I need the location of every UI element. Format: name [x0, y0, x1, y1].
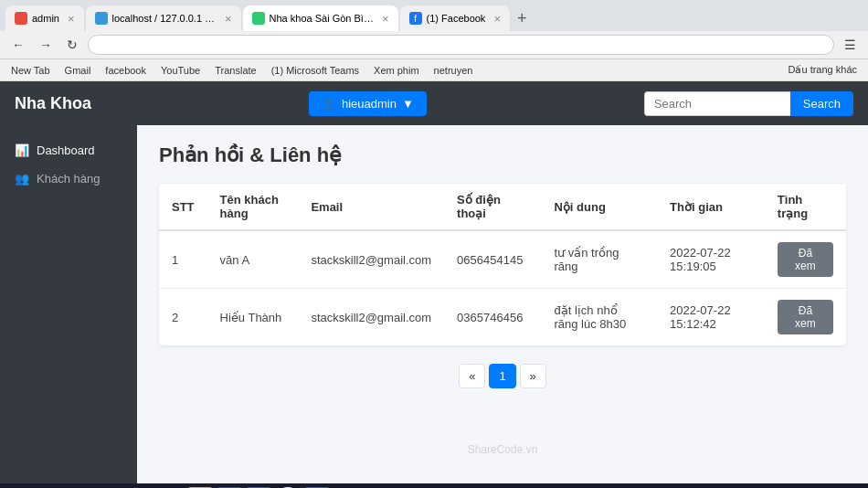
- col-ten: Tên khách hàng: [207, 184, 299, 230]
- pagination: « 1 »: [159, 364, 846, 388]
- khachhang-icon: 👥: [15, 172, 29, 186]
- sidebar: 📊 Dashboard 👥 Khách hàng: [0, 125, 137, 483]
- content-area: 📊 Dashboard 👥 Khách hàng Phản hồi & Liên…: [0, 125, 868, 483]
- navbar-brand: Nha Khoa: [15, 94, 91, 113]
- browser-window: admin × localhost / 127.0.0.1 / nhakhoa …: [0, 0, 868, 483]
- tab-localhost[interactable]: localhost / 127.0.0.1 / nhakhoa / ×: [86, 5, 241, 31]
- tab-label-localhost: localhost / 127.0.0.1 / nhakhoa /: [112, 13, 217, 24]
- bookmark-gmail[interactable]: Gmail: [61, 63, 95, 78]
- btn-seen-1[interactable]: Đã xem: [778, 300, 833, 334]
- app: Nha Khoa 👤 hieuadmin ▼ Search 📊 Dashboar…: [0, 81, 868, 483]
- sidebar-item-khachhang[interactable]: 👥 Khách hàng: [0, 164, 137, 193]
- tab-favicon-nkhoa: [252, 12, 265, 25]
- cell-thoigian-0: 2022-07-22 15:19:05: [657, 230, 765, 289]
- tab-nkhoa[interactable]: Nha khoa Sài Gòn Bình Dương ×: [243, 5, 398, 31]
- pagination-page-1[interactable]: 1: [489, 364, 515, 388]
- bookmark-teams[interactable]: (1) Microsoft Teams: [268, 63, 363, 78]
- cell-thoigian-1: 2022-07-22 15:12:42: [657, 289, 765, 346]
- pagination-next[interactable]: »: [520, 364, 546, 388]
- address-bar[interactable]: localhost/nhakhoa/admin/index.php?action…: [88, 35, 834, 55]
- tab-label-nkhoa: Nha khoa Sài Gòn Bình Dương: [270, 13, 374, 25]
- bookmark-facebook[interactable]: facebook: [101, 63, 150, 78]
- new-tab-button[interactable]: +: [512, 9, 533, 28]
- col-stt: STT: [159, 184, 207, 230]
- tab-close-fb[interactable]: ×: [493, 12, 501, 26]
- cell-ten-1: Hiếu Thành: [207, 289, 299, 346]
- bookmark-more[interactable]: Dấu trang khác: [785, 62, 861, 78]
- taskbar: ⊞ 📁 🔍 💻 🌐 ✉ ENG US 8:33 PM 7/22/2022: [0, 483, 868, 488]
- bookmarks-bar: New Tab Gmail facebook YouTube Translate…: [0, 59, 868, 81]
- feedback-table: STT Tên khách hàng Email Số điện thoại N…: [159, 184, 846, 345]
- search-input[interactable]: [644, 91, 790, 116]
- tab-close-nkhoa[interactable]: ×: [382, 12, 389, 26]
- feedback-table-wrapper: STT Tên khách hàng Email Số điện thoại N…: [159, 184, 846, 345]
- cell-phone-1: 0365746456: [444, 289, 541, 346]
- table-row: 2 Hiếu Thành stackskill2@gmail.com 03657…: [159, 289, 846, 346]
- col-thoigian: Thời gian: [657, 184, 765, 230]
- col-tinhtrang: Tình trạng: [765, 184, 846, 230]
- tab-close-admin[interactable]: ×: [68, 12, 75, 26]
- user-label: hieuadmin: [342, 97, 397, 111]
- bookmark-netruyen[interactable]: netruyen: [430, 63, 477, 78]
- tab-label-admin: admin: [32, 13, 59, 24]
- cell-noidung-0: tư vấn trồng răng: [541, 230, 657, 289]
- cell-ten-0: văn A: [207, 230, 299, 289]
- cell-email-0: stackskill2@gmail.com: [298, 230, 444, 289]
- user-icon: 👤: [322, 97, 336, 111]
- browser-controls: ← → ↻ localhost/nhakhoa/admin/index.php?…: [0, 31, 868, 59]
- cell-tinhtrang-0: Đã xem: [765, 230, 846, 289]
- tab-admin[interactable]: admin ×: [5, 5, 84, 31]
- tab-favicon-localhost: [95, 12, 108, 25]
- tab-bar: admin × localhost / 127.0.0.1 / nhakhoa …: [0, 0, 868, 31]
- extensions-button[interactable]: ☰: [840, 36, 861, 54]
- col-noidung: Nội dung: [541, 184, 657, 230]
- watermark: ShareCode.vn: [159, 443, 846, 456]
- sidebar-label-dashboard: Dashboard: [37, 143, 95, 157]
- search-button[interactable]: Search: [790, 91, 853, 116]
- cell-phone-0: 0656454145: [444, 230, 541, 289]
- search-form: Search: [644, 91, 853, 116]
- table-header-row: STT Tên khách hàng Email Số điện thoại N…: [159, 184, 846, 230]
- tab-favicon-admin: [15, 12, 27, 25]
- reload-button[interactable]: ↻: [62, 36, 82, 54]
- dashboard-icon: 📊: [15, 143, 29, 157]
- dropdown-icon: ▼: [402, 97, 414, 111]
- tab-label-fb: (1) Facebook: [427, 13, 486, 24]
- main-content: Phản hồi & Liên hệ STT Tên khách hàng Em…: [137, 125, 868, 483]
- bookmark-newtab[interactable]: New Tab: [7, 63, 54, 78]
- btn-seen-0[interactable]: Đã xem: [778, 242, 833, 277]
- tab-favicon-fb: f: [409, 12, 422, 25]
- col-phone: Số điện thoại: [444, 184, 541, 230]
- top-navbar: Nha Khoa 👤 hieuadmin ▼ Search: [0, 81, 868, 125]
- bookmark-translate[interactable]: Translate: [211, 63, 259, 78]
- cell-noidung-1: đặt lịch nhổ răng lúc 8h30: [541, 289, 657, 346]
- tab-fb[interactable]: f (1) Facebook ×: [400, 5, 510, 31]
- cell-email-1: stackskill2@gmail.com: [298, 289, 444, 346]
- tab-close-localhost[interactable]: ×: [225, 12, 232, 26]
- sidebar-item-dashboard[interactable]: 📊 Dashboard: [0, 136, 137, 164]
- bookmark-xemphim[interactable]: Xem phim: [370, 63, 423, 78]
- user-menu-button[interactable]: 👤 hieuadmin ▼: [309, 91, 427, 116]
- pagination-prev[interactable]: «: [459, 364, 485, 388]
- page-title: Phản hồi & Liên hệ: [159, 143, 846, 167]
- bookmark-youtube[interactable]: YouTube: [157, 63, 204, 78]
- cell-tinhtrang-1: Đã xem: [765, 289, 846, 346]
- col-email: Email: [298, 184, 444, 230]
- cell-stt-1: 2: [159, 289, 207, 346]
- back-button[interactable]: ←: [7, 36, 29, 54]
- table-row: 1 văn A stackskill2@gmail.com 0656454145…: [159, 230, 846, 289]
- forward-button[interactable]: →: [35, 36, 57, 54]
- cell-stt-0: 1: [159, 230, 207, 289]
- sidebar-label-khachhang: Khách hàng: [37, 172, 100, 186]
